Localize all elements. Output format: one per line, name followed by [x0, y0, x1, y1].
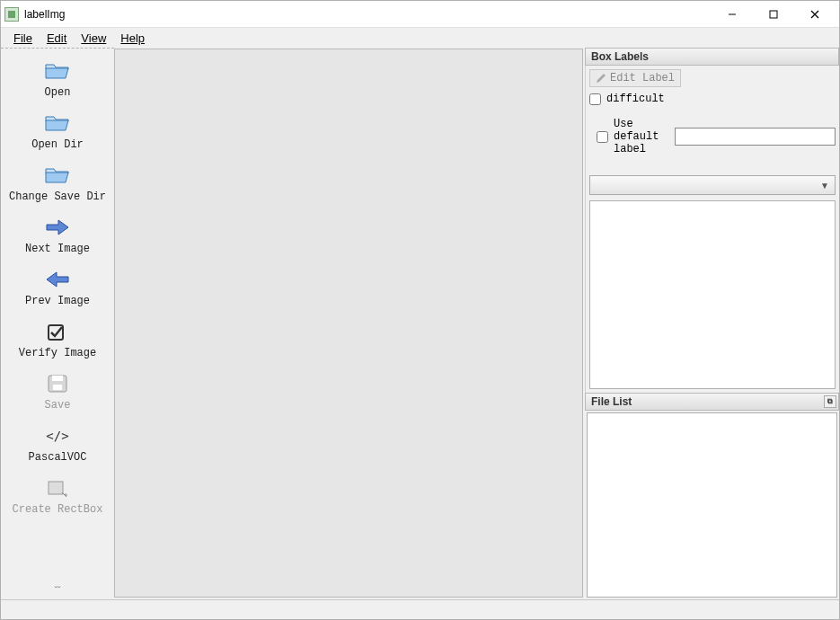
verify-image-button[interactable]: Verify Image [8, 316, 107, 365]
edit-label-button[interactable]: Edit Label [589, 69, 681, 87]
minimize-button[interactable] [712, 1, 753, 28]
svg-rect-7 [52, 376, 63, 381]
box-labels-panel: Box Labels Edit Label difficult Use defa… [585, 48, 839, 393]
create-rectbox-button[interactable]: Create RectBox [8, 473, 107, 521]
next-image-button[interactable]: Next Image [8, 212, 107, 261]
change-save-dir-label: Change Save Dir [9, 190, 106, 203]
code-icon: </> [43, 424, 72, 447]
create-rectbox-label: Create RectBox [13, 503, 103, 516]
format-label: PascalVOC [29, 451, 87, 464]
menu-help[interactable]: Help [113, 30, 152, 47]
box-labels-title: Box Labels [591, 50, 649, 63]
window-title: labelImg [24, 8, 65, 21]
open-dir-button[interactable]: Open Dir [8, 108, 107, 156]
difficult-checkbox[interactable] [589, 93, 601, 105]
svg-rect-9 [49, 482, 63, 494]
file-listbox[interactable] [587, 412, 837, 598]
rect-icon [43, 476, 72, 500]
open-label: Open [45, 86, 71, 99]
difficult-label: difficult [606, 93, 665, 105]
label-listbox[interactable] [589, 200, 836, 389]
menu-view[interactable]: View [74, 30, 113, 47]
open-dir-label: Open Dir [31, 138, 84, 151]
prev-image-button[interactable]: Prev Image [8, 264, 107, 313]
folder-icon [43, 59, 72, 83]
maximize-button[interactable] [753, 1, 794, 28]
toolbar: Open Open Dir Change Save Dir [1, 48, 114, 599]
close-button[interactable] [794, 1, 836, 28]
menu-file[interactable]: File [6, 30, 40, 47]
statusbar [1, 599, 839, 619]
change-save-dir-button[interactable]: Change Save Dir [8, 160, 107, 208]
use-default-label-text: Use default label [614, 118, 669, 155]
use-default-label-checkbox[interactable] [597, 131, 608, 143]
canvas[interactable] [114, 49, 583, 598]
menu-edit[interactable]: Edit [40, 30, 74, 47]
folder-icon [43, 111, 72, 135]
edit-label-text: Edit Label [610, 72, 675, 84]
save-icon [43, 372, 72, 395]
label-combobox[interactable]: ▼ [589, 175, 836, 195]
box-labels-header[interactable]: Box Labels [585, 48, 839, 66]
file-list-title: File List [591, 395, 632, 408]
chevron-down-icon: ▼ [820, 181, 829, 190]
svg-rect-8 [53, 385, 62, 390]
app-icon [4, 7, 19, 22]
svg-rect-2 [770, 11, 777, 18]
save-button[interactable]: Save [8, 368, 107, 417]
arrow-left-icon [43, 268, 72, 291]
titlebar: labelImg [1, 1, 839, 28]
file-list-header[interactable]: File List ⧉ [585, 393, 839, 411]
prev-image-label: Prev Image [25, 295, 90, 307]
format-button[interactable]: </> PascalVOC [8, 421, 107, 469]
save-label: Save [45, 399, 71, 412]
menubar: File Edit View Help [1, 28, 839, 48]
file-list-panel: File List ⧉ [585, 393, 839, 599]
folder-icon [43, 164, 72, 187]
svg-rect-0 [8, 11, 15, 18]
undock-icon[interactable]: ⧉ [824, 395, 836, 408]
open-button[interactable]: Open [8, 56, 107, 104]
verify-image-label: Verify Image [19, 347, 96, 359]
default-label-input[interactable] [675, 128, 836, 146]
main-area: Open Open Dir Change Save Dir [1, 48, 839, 599]
right-panels: Box Labels Edit Label difficult Use defa… [585, 48, 839, 599]
next-image-label: Next Image [25, 243, 90, 255]
arrow-right-icon [43, 216, 72, 239]
toolbar-overflow-icon[interactable]: ˇˇ [1, 586, 114, 596]
check-icon [43, 320, 72, 343]
